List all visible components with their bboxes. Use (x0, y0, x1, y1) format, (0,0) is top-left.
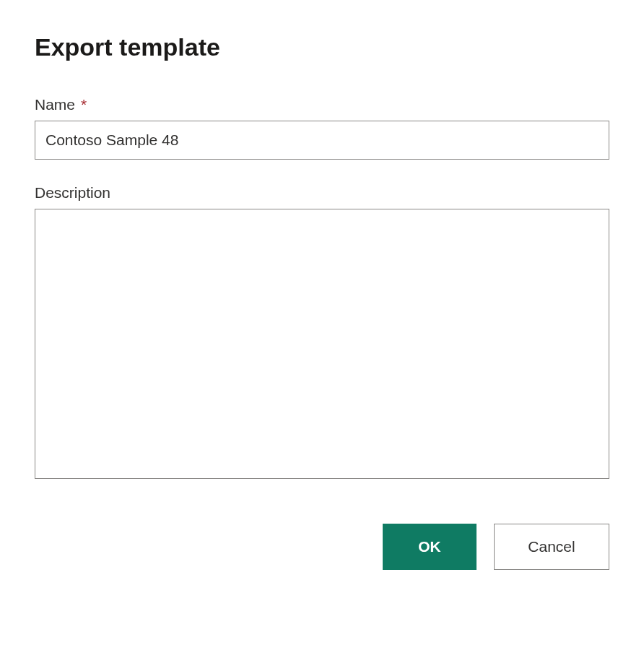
name-label-text: Name (35, 96, 75, 113)
required-asterisk: * (81, 96, 87, 113)
description-label: Description (35, 184, 609, 202)
description-field-group: Description (35, 184, 609, 482)
name-input[interactable] (35, 121, 609, 160)
description-textarea[interactable] (35, 209, 609, 479)
name-field-group: Name * (35, 96, 609, 160)
dialog-button-row: OK Cancel (35, 524, 609, 570)
dialog-title: Export template (35, 33, 609, 61)
name-label: Name * (35, 96, 609, 113)
ok-button[interactable]: OK (383, 524, 477, 570)
cancel-button[interactable]: Cancel (494, 524, 609, 570)
